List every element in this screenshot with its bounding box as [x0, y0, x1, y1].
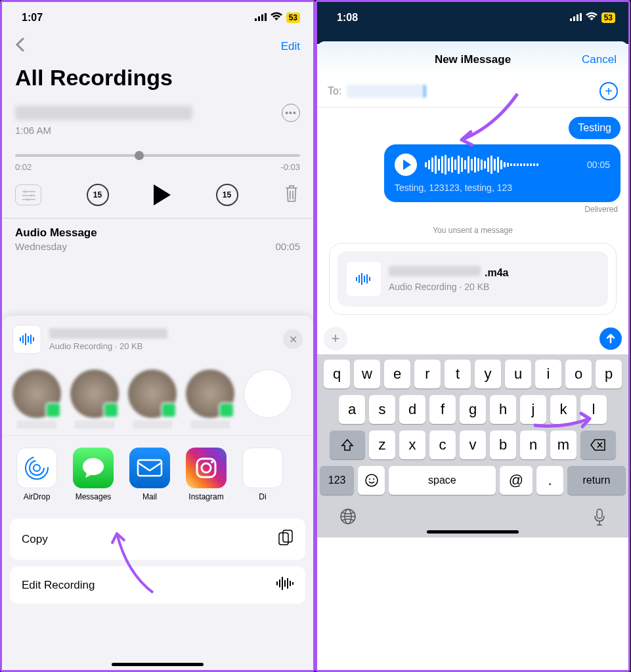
svg-rect-37: [356, 277, 357, 281]
numbers-key[interactable]: 123: [320, 466, 354, 495]
key-i[interactable]: i: [535, 360, 561, 388]
unsent-notice: You unsent a message: [325, 226, 620, 235]
key-p[interactable]: p: [596, 360, 622, 388]
recording-day: Wednesday: [15, 241, 67, 252]
key-x[interactable]: x: [399, 430, 425, 459]
key-c[interactable]: c: [429, 430, 456, 459]
svg-point-9: [26, 198, 29, 201]
key-q[interactable]: q: [324, 360, 350, 388]
audio-message-bubble[interactable]: 00:05 Testing, 123123, testing, 123: [384, 144, 620, 202]
playback-scrubber[interactable]: 0:02 -0:03: [2, 142, 313, 176]
current-recording[interactable]: ••• 1:06 AM: [2, 97, 313, 142]
svg-rect-32: [292, 582, 294, 585]
edit-recording-action[interactable]: Edit Recording: [10, 566, 305, 604]
airdrop-app[interactable]: AirDrop: [16, 448, 57, 501]
home-indicator[interactable]: [427, 530, 519, 534]
key-e[interactable]: e: [384, 360, 410, 388]
period-key[interactable]: .: [536, 466, 563, 495]
delete-button[interactable]: [283, 184, 300, 206]
key-j[interactable]: j: [520, 395, 546, 424]
add-attachment-button[interactable]: +: [324, 327, 347, 350]
return-key[interactable]: return: [567, 466, 626, 495]
back-button[interactable]: [15, 37, 24, 56]
edit-button[interactable]: Edit: [281, 40, 300, 53]
key-b[interactable]: b: [490, 430, 516, 459]
space-key[interactable]: space: [389, 466, 496, 495]
play-button[interactable]: [154, 184, 171, 205]
key-o[interactable]: o: [565, 360, 592, 388]
key-l[interactable]: l: [580, 395, 607, 424]
airdrop-icon: [16, 448, 57, 488]
message-bubble[interactable]: Testing: [569, 117, 620, 139]
svg-rect-28: [282, 577, 283, 590]
key-r[interactable]: r: [414, 360, 441, 388]
dictation-key[interactable]: [593, 508, 606, 531]
skip-forward-button[interactable]: 15: [216, 184, 238, 206]
svg-rect-2: [261, 14, 263, 21]
partial-app[interactable]: Di: [242, 448, 283, 501]
key-g[interactable]: g: [460, 395, 486, 424]
send-button[interactable]: [599, 327, 622, 350]
messages-app[interactable]: Messages: [73, 448, 114, 501]
svg-rect-31: [290, 581, 291, 586]
key-w[interactable]: w: [354, 360, 380, 388]
svg-rect-14: [30, 335, 32, 344]
svg-rect-34: [573, 16, 575, 21]
key-z[interactable]: z: [369, 430, 395, 459]
contact-suggestion[interactable]: [128, 369, 177, 429]
key-d[interactable]: d: [399, 395, 425, 424]
at-key[interactable]: @: [500, 466, 533, 495]
contact-suggestion[interactable]: [244, 369, 292, 429]
home-indicator[interactable]: [112, 663, 204, 666]
contact-suggestion[interactable]: [12, 369, 61, 429]
shift-key[interactable]: [330, 430, 365, 459]
skip-back-button[interactable]: 15: [87, 184, 109, 206]
messages-icon: [73, 448, 114, 488]
audio-play-button[interactable]: [395, 154, 417, 176]
svg-rect-38: [359, 275, 360, 283]
file-subtitle: Audio Recording · 20 KB: [49, 341, 275, 351]
voice-memos-screen: 1:07 53 Edit All Recordings ••• 1:06 AM …: [0, 0, 315, 672]
file-name-redacted: [49, 328, 167, 339]
svg-point-16: [33, 465, 40, 471]
cancel-button[interactable]: Cancel: [582, 53, 617, 66]
recipient-redacted[interactable]: [347, 85, 425, 98]
key-y[interactable]: y: [475, 360, 501, 388]
key-s[interactable]: s: [369, 395, 395, 424]
attachment-preview[interactable]: .m4a Audio Recording · 20 KB: [337, 251, 608, 306]
options-button[interactable]: [15, 184, 41, 205]
message-nav: New iMessage Cancel: [317, 41, 628, 75]
attachment-name-redacted: [389, 266, 481, 276]
backspace-key[interactable]: [580, 430, 616, 459]
key-h[interactable]: h: [490, 395, 516, 424]
key-n[interactable]: n: [520, 430, 546, 459]
suggested-contacts: [2, 363, 313, 435]
svg-rect-33: [570, 18, 572, 21]
mail-app[interactable]: Mail: [129, 448, 170, 501]
svg-rect-12: [25, 333, 26, 345]
instagram-app[interactable]: Instagram: [186, 448, 227, 501]
key-u[interactable]: u: [505, 360, 531, 388]
key-m[interactable]: m: [550, 430, 577, 459]
key-t[interactable]: t: [445, 360, 471, 388]
key-a[interactable]: a: [339, 395, 365, 424]
copy-action[interactable]: Copy: [10, 518, 305, 560]
svg-rect-40: [364, 276, 365, 282]
contact-suggestion[interactable]: [70, 369, 119, 429]
globe-key[interactable]: [339, 508, 357, 531]
emoji-key[interactable]: [358, 466, 385, 495]
contact-suggestion[interactable]: [186, 369, 234, 429]
key-v[interactable]: v: [460, 430, 486, 459]
more-options-button[interactable]: •••: [282, 104, 300, 122]
nav-bar: Edit: [2, 31, 313, 62]
close-button[interactable]: ✕: [283, 329, 303, 349]
recording-list-item[interactable]: Audio Message Wednesday 00:05: [2, 218, 313, 260]
svg-rect-3: [265, 13, 267, 21]
key-k[interactable]: k: [550, 395, 577, 424]
add-contact-button[interactable]: +: [599, 82, 618, 100]
recording-duration: 00:05: [275, 241, 300, 252]
recording-title: Audio Message: [15, 226, 300, 240]
app-icon: [242, 448, 283, 488]
key-f[interactable]: f: [429, 395, 456, 424]
elapsed-time: 0:02: [15, 162, 32, 172]
